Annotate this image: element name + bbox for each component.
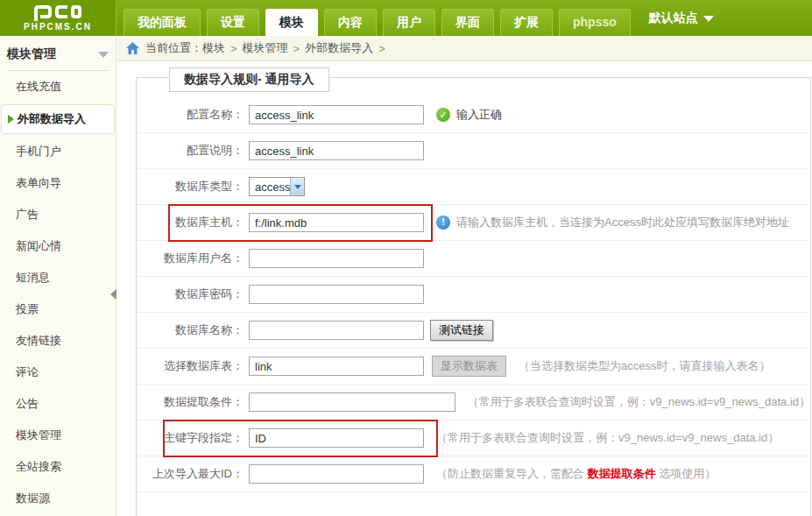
- home-icon[interactable]: [126, 42, 139, 54]
- import-rule-form: 配置名称： ✓ 输入正确 配置说明： 数据库类型： access: [137, 97, 810, 492]
- test-connection-button[interactable]: 测试链接: [430, 320, 493, 341]
- nav-tab-settings[interactable]: 设置: [207, 9, 259, 36]
- sidebar-item-friend-links[interactable]: 友情链接: [0, 325, 116, 357]
- sidebar-item-news-mood[interactable]: 新闻心情: [0, 230, 116, 262]
- form-row-db-host: 数据库主机： ! 请输入数据库主机，当连接为Access时此处应填写数据库绝对地…: [137, 205, 810, 241]
- last-max-id-input[interactable]: [249, 464, 424, 484]
- db-name-input[interactable]: [249, 321, 424, 340]
- config-desc-label: 配置说明：: [137, 143, 244, 159]
- logo-text: PHPCMS.CN: [24, 22, 92, 32]
- sidebar-item-online-recharge[interactable]: 在线充值: [0, 71, 116, 102]
- breadcrumb-crumb-module-management[interactable]: 模块管理: [243, 40, 288, 56]
- last-max-id-label: 上次导入最大ID：: [137, 466, 244, 482]
- form-row-primary-key: 主键字段指定： （常用于多表联合查询时设置，例：v9_news.id=v9_ne…: [137, 421, 810, 456]
- db-table-label: 选择数据库表：: [137, 358, 244, 374]
- check-success-icon: ✓: [436, 108, 450, 122]
- sidebar-item-label: 外部数据导入: [18, 111, 86, 127]
- sidebar-item-external-data-import[interactable]: 外部数据导入: [1, 104, 115, 134]
- primary-key-note: （常用于多表联合查询时设置，例：v9_news.id=v9_news_data.…: [436, 430, 779, 446]
- form-row-config-desc: 配置说明：: [137, 133, 810, 169]
- sidebar-item-announcement[interactable]: 公告: [0, 388, 116, 420]
- sidebar-collapse-icon[interactable]: [110, 289, 117, 300]
- data-condition-input[interactable]: [249, 392, 455, 412]
- db-table-note: （当选择数据类型为access时，请直接输入表名）: [519, 358, 770, 374]
- last-max-id-note: （防止数据重复导入，需配合 数据提取条件 选项使用）: [436, 466, 716, 482]
- phpcms-admin-page: PHPCMS.CN 我的面板 设置 模块 内容 用户 界面 扩展 phpsso …: [0, 0, 812, 516]
- db-user-label: 数据库用户名：: [137, 251, 244, 266]
- show-tables-button[interactable]: 显示数据表: [432, 356, 506, 377]
- form-row-db-type: 数据库类型： access: [137, 169, 810, 205]
- data-condition-note: （常用于多表联合查询时设置，例：v9_news.id=v9_news_data.…: [468, 394, 810, 410]
- db-name-label: 数据库名称：: [137, 322, 244, 338]
- breadcrumb-crumb-modules[interactable]: 模块: [202, 40, 225, 56]
- config-name-input[interactable]: [249, 105, 424, 124]
- form-row-db-password: 数据库密码：: [137, 277, 810, 313]
- select-dropdown-icon[interactable]: [290, 178, 304, 195]
- phpcms-logo-icon: [32, 5, 83, 21]
- sidebar-item-short-message[interactable]: 短消息: [0, 262, 116, 293]
- sidebar-section-title: 模块管理: [7, 46, 56, 62]
- sidebar-section-header[interactable]: 模块管理: [7, 46, 109, 71]
- breadcrumb-separator: >: [293, 42, 300, 55]
- primary-key-input[interactable]: [249, 428, 424, 448]
- db-table-input[interactable]: [249, 357, 424, 376]
- data-condition-link[interactable]: 数据提取条件: [588, 467, 656, 480]
- info-icon: !: [436, 216, 450, 230]
- form-row-last-max-id: 上次导入最大ID： （防止数据重复导入，需配合 数据提取条件 选项使用）: [137, 456, 810, 492]
- breadcrumb-prefix: 当前位置：: [145, 40, 202, 56]
- site-selector[interactable]: 默认站点: [649, 11, 714, 26]
- note-text: （防止数据重复导入，需配合: [436, 467, 588, 480]
- sidebar-item-comments[interactable]: 评论: [0, 357, 116, 388]
- main-nav: 我的面板 设置 模块 内容 用户 界面 扩展 phpsso 默认站点: [124, 9, 812, 36]
- config-name-status: 输入正确: [456, 107, 502, 123]
- active-arrow-icon: [8, 115, 14, 124]
- db-host-input[interactable]: [249, 213, 424, 232]
- nav-tab-modules[interactable]: 模块: [265, 9, 318, 36]
- form-row-db-table: 选择数据库表： 显示数据表 （当选择数据类型为access时，请直接输入表名）: [137, 349, 810, 385]
- panel-tab-title: 数据导入规则- 通用导入: [169, 67, 329, 92]
- nav-tab-phpsso[interactable]: phpsso: [559, 9, 631, 36]
- note-text: 选项使用）: [656, 467, 717, 480]
- sidebar-item-mobile-portal[interactable]: 手机门户: [0, 136, 116, 167]
- top-header: PHPCMS.CN 我的面板 设置 模块 内容 用户 界面 扩展 phpsso …: [0, 0, 812, 36]
- form-row-db-user: 数据库用户名：: [137, 241, 810, 277]
- form-row-data-condition: 数据提取条件： （常用于多表联合查询时设置，例：v9_news.id=v9_ne…: [137, 385, 810, 421]
- data-condition-label: 数据提取条件：: [137, 394, 244, 410]
- db-type-label: 数据库类型：: [137, 179, 244, 194]
- db-password-label: 数据库密码：: [137, 286, 244, 302]
- breadcrumb: 当前位置： 模块 > 模块管理 > 外部数据导入 >: [117, 36, 812, 61]
- config-name-label: 配置名称：: [137, 107, 244, 123]
- chevron-down-icon: [703, 16, 714, 22]
- form-panel: 数据导入规则- 通用导入 配置名称： ✓ 输入正确 配置说明： 数据库类型：: [136, 77, 811, 516]
- sidebar-item-site-search[interactable]: 全站搜索: [0, 451, 116, 483]
- sidebar-item-module-management[interactable]: 模块管理: [0, 420, 116, 451]
- db-host-hint: 请输入数据库主机，当连接为Access时此处应填写数据库绝对地址: [456, 215, 789, 230]
- nav-tab-users[interactable]: 用户: [383, 9, 435, 36]
- form-row-config-name: 配置名称： ✓ 输入正确: [137, 97, 810, 133]
- nav-tab-content[interactable]: 内容: [324, 9, 377, 36]
- db-type-selected-value: access: [250, 180, 290, 194]
- breadcrumb-crumb-external-data-import[interactable]: 外部数据导入: [305, 40, 373, 56]
- collapse-section-icon[interactable]: [98, 52, 109, 58]
- db-type-select[interactable]: access: [249, 177, 305, 196]
- primary-key-label: 主键字段指定：: [137, 430, 244, 446]
- sidebar-item-ads[interactable]: 广告: [0, 199, 116, 230]
- phpcms-logo[interactable]: PHPCMS.CN: [0, 0, 117, 36]
- breadcrumb-separator: >: [230, 42, 237, 55]
- form-row-db-name: 数据库名称： 测试链接: [137, 313, 810, 349]
- site-selector-label: 默认站点: [649, 11, 698, 26]
- nav-tab-extensions[interactable]: 扩展: [500, 9, 553, 36]
- nav-tab-dashboard[interactable]: 我的面板: [124, 9, 201, 36]
- breadcrumb-separator: >: [378, 42, 385, 55]
- db-host-label: 数据库主机：: [137, 215, 244, 230]
- sidebar-item-vote[interactable]: 投票: [0, 293, 116, 325]
- main-content: 数据导入规则- 通用导入 配置名称： ✓ 输入正确 配置说明： 数据库类型：: [117, 61, 812, 516]
- sidebar: 模块管理 在线充值 外部数据导入 手机门户 表单向导 广告 新闻心情 短消息 投…: [0, 36, 117, 516]
- nav-tab-interface[interactable]: 界面: [441, 9, 494, 36]
- sidebar-item-form-wizard[interactable]: 表单向导: [0, 167, 116, 199]
- db-password-input[interactable]: [249, 285, 424, 304]
- db-user-input[interactable]: [249, 249, 424, 268]
- sidebar-item-data-source[interactable]: 数据源: [0, 483, 116, 514]
- config-desc-input[interactable]: [249, 141, 424, 160]
